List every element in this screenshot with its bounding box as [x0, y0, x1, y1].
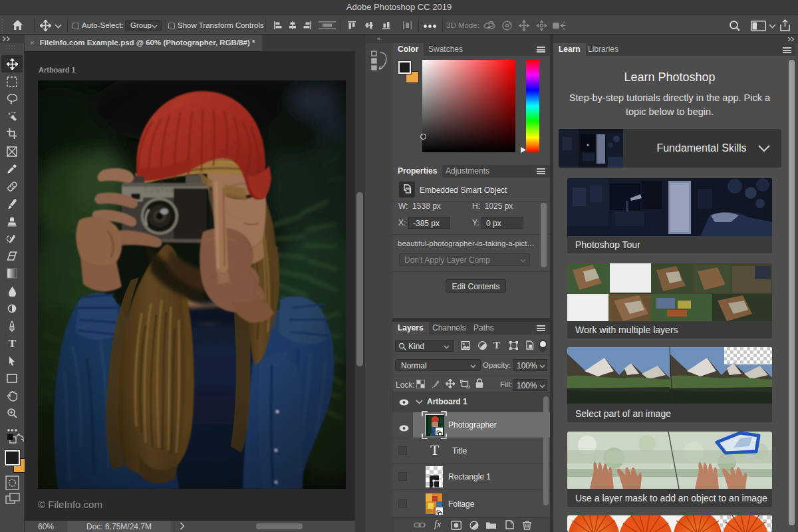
svg-text:T: T [8, 338, 16, 348]
